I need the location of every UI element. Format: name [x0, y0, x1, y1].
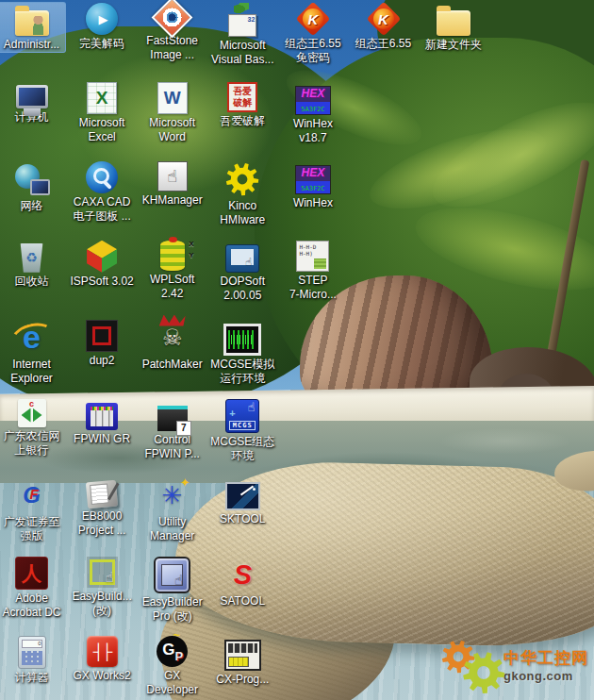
folder-user-icon: [15, 10, 49, 36]
icon-label: Microsoft Word: [149, 116, 195, 144]
skull-icon: ☠: [153, 320, 192, 356]
desktop-icon-wplsoft[interactable]: X YWPLSoft 2.42: [138, 240, 206, 302]
desktop-icon-wuai-pojie[interactable]: 吾爱 破解吾爱破解: [208, 81, 277, 129]
icon-label: 广东农信网 上银行: [4, 429, 60, 458]
icon-label: ISPSoft 3.02: [70, 275, 133, 289]
desktop-icon-winhex[interactable]: HEX5A3F2CWinHex: [278, 160, 347, 211]
desktop-icon-adobe-acrobat[interactable]: 人Adobe Acrobat DC: [0, 556, 66, 621]
icon-label: DOPSoft 2.00.05: [221, 275, 265, 303]
icon-label: 网络: [21, 199, 43, 213]
icon-label: STEP 7-Micro...: [289, 274, 337, 302]
dup2-icon: [86, 320, 118, 352]
desktop-icon-calculator[interactable]: 计算器: [0, 635, 66, 686]
utility-icon: ✳: [153, 477, 192, 513]
desktop-icon-kinco-hmiware[interactable]: Kinco HMIware: [208, 160, 277, 228]
dopsoft-icon: ☝: [225, 244, 259, 273]
desktop-icon-easybuilder-pro[interactable]: ☝EasyBuilder Pro (改): [138, 556, 206, 625]
desktop-icon-gx-developer[interactable]: GPGX Developer: [138, 635, 206, 698]
icon-label: 广发证券至 强版: [4, 515, 60, 543]
desktop-icon-cx-programmer[interactable]: CX-Prog...: [208, 635, 277, 688]
desktop-icon-dopsoft[interactable]: ☝DOPSoft 2.00.05: [208, 240, 277, 304]
icon-label: SKTOOL: [220, 512, 265, 526]
icon-label: 新建文件夹: [425, 38, 482, 52]
icon-label: Microsoft Excel: [79, 116, 125, 144]
desktop-icon-gd-rural-bank[interactable]: c广东农信网 上银行: [0, 398, 66, 458]
desktop-icon-new-folder[interactable]: 新建文件夹: [420, 2, 488, 53]
desktop-icon-satool[interactable]: SSATOOL: [208, 556, 277, 609]
desktop-icon-khmanager[interactable]: ☝KHManager: [138, 160, 206, 208]
gxdev-icon: GP: [157, 636, 188, 667]
icon-label: WinHex v18.7: [293, 117, 333, 145]
gears-logo: [441, 638, 502, 692]
desktop-icon-gf-securities[interactable]: GF广发证券至 强版: [0, 476, 66, 544]
desktop-icon-ms-visual-basic[interactable]: Microsoft Visual Bas...: [208, 2, 277, 68]
icon-label: WPLSoft 2.42: [150, 273, 194, 301]
ebpro-icon: ☝: [154, 557, 190, 593]
icon-label: 计算器: [15, 671, 49, 685]
desktop-icon-control-fpwin[interactable]: 7Control FPWIN P...: [138, 398, 206, 462]
desktop-icon-mcgse-env[interactable]: ☝MCGSMCGSE组态 环境: [208, 398, 277, 464]
computer-icon: [16, 85, 48, 108]
icon-label: GX Developer: [146, 669, 198, 697]
icon-label: Administr...: [4, 38, 59, 52]
icon-label: MCGSE模拟 运行环境: [210, 358, 274, 386]
desktop-icon-fpwin-gr[interactable]: FPWIN GR: [68, 398, 137, 447]
icon-label: WinHex: [293, 196, 333, 210]
winhex-icon: HEX5A3F2C: [295, 165, 331, 194]
icon-label: 吾爱破解: [220, 114, 265, 128]
icon-label: FastStone Image ...: [146, 34, 198, 62]
play-icon: ▶: [86, 3, 118, 35]
desktop-icon-computer[interactable]: 计算机: [0, 81, 66, 125]
satool-icon: S: [223, 557, 262, 592]
desktop-icon-step7-micro[interactable]: H-H-D H-H)STEP 7-Micro...: [278, 240, 347, 303]
word-icon: W: [157, 82, 188, 114]
icon-label: 回收站: [15, 275, 49, 289]
desktop-icon-ispsoft[interactable]: ISPSoft 3.02: [68, 240, 137, 290]
desktop-icon-perfect-decoder[interactable]: ▶完美解码: [68, 2, 137, 52]
desktop-icon-network[interactable]: 网络: [0, 160, 66, 214]
icon-label: Control FPWIN P...: [144, 433, 199, 461]
desktop-icon-dup2[interactable]: dup2: [68, 319, 137, 369]
acrobat-icon: 人: [15, 557, 48, 590]
desktop-icon-kingview-655-nopass[interactable]: K组态王6.55 免密码: [278, 2, 347, 66]
icon-label: Utility Manager: [150, 515, 194, 543]
desktop-icon-mcgse-sim[interactable]: MCGSE模拟 运行环境: [208, 319, 277, 387]
ie-icon: e: [12, 320, 52, 356]
gxworks2-icon: ┤├: [87, 636, 118, 667]
desktop-icon-ms-word[interactable]: WMicrosoft Word: [138, 81, 206, 145]
gkong-watermark: 中华工控网 gkong.com: [441, 638, 588, 692]
bank-icon: c: [18, 399, 46, 427]
desktop-icon-gx-works2[interactable]: ┤├GX Works2: [68, 635, 137, 684]
icon-label: PatchMaker: [142, 358, 203, 372]
fpwin7-icon: 7: [157, 406, 188, 431]
desktop-icon-administrator-folder[interactable]: Administr...: [0, 2, 66, 53]
desktop-icon-easybuild-mod[interactable]: ☝EasyBuild... (改): [68, 556, 137, 619]
desktop-icon-faststone-image[interactable]: FastStone Image ...: [138, 2, 206, 63]
desktop-icon-recycle-bin[interactable]: ♻回收站: [0, 240, 66, 290]
watermark-site-name: 中华工控网: [503, 647, 588, 669]
icon-label: GX Works2: [74, 669, 131, 683]
sktool-icon: [225, 482, 260, 510]
desktop-icon-sktool[interactable]: SKTOOL: [208, 476, 277, 527]
icon-label: CX-Prog...: [216, 673, 269, 687]
desktop-icon-eb8000-project[interactable]: EB8000 Project ...: [68, 476, 137, 539]
waveform-icon: [223, 324, 261, 356]
fpwin-icon: [86, 403, 118, 430]
gear-green-icon: [462, 651, 505, 698]
desktop-icon-caxa-cad[interactable]: CAXA CAD 电子图板 ...: [68, 160, 137, 225]
desktop-icon-ms-excel[interactable]: XMicrosoft Excel: [68, 81, 137, 145]
desktop-icon-patchmaker[interactable]: ☠PatchMaker: [138, 319, 206, 373]
icon-label: EasyBuild... (改): [72, 590, 131, 618]
icon-label: dup2: [90, 354, 115, 368]
recycle-icon: ♻: [19, 243, 44, 273]
icon-label: EB8000 Project ...: [78, 509, 126, 538]
icon-label: Internet Explorer: [10, 358, 53, 386]
step7-icon: H-H-D H-H): [296, 241, 329, 272]
desktop-icon-winhex-v18-7[interactable]: HEX5A3F2CWinHex v18.7: [278, 81, 347, 146]
desktop-icon-kingview-655[interactable]: K组态王6.55: [349, 2, 418, 52]
seal-icon: 吾爱 破解: [227, 82, 257, 112]
desktop-icon-internet-explorer[interactable]: eInternet Explorer: [0, 319, 66, 387]
icon-label: EasyBuilder Pro (改): [142, 595, 203, 624]
icon-label: Kinco HMIware: [220, 199, 265, 227]
desktop-icon-utility-manager[interactable]: ✳Utility Manager: [138, 476, 206, 544]
